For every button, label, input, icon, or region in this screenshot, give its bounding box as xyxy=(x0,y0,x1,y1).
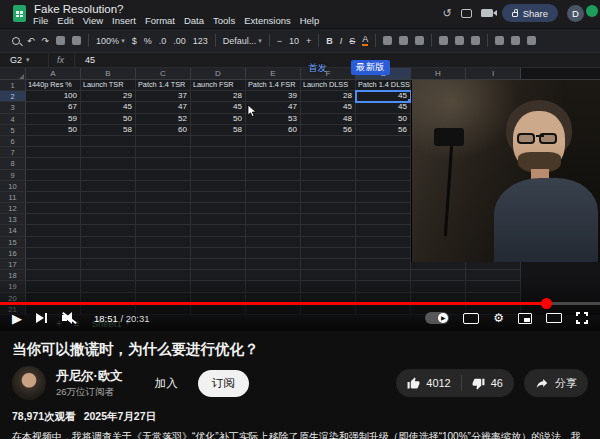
cell-F6[interactable] xyxy=(301,136,356,147)
cell-C4[interactable]: 52 xyxy=(136,114,191,125)
cell-F12[interactable] xyxy=(301,203,356,214)
row-header-4[interactable]: 4 xyxy=(0,114,26,125)
cell-B3[interactable]: 45 xyxy=(81,102,136,113)
row-header-8[interactable]: 8 xyxy=(0,158,26,169)
font-size-increase-button[interactable]: + xyxy=(306,36,311,46)
menu-format[interactable]: Format xyxy=(145,15,175,26)
cell-G6[interactable] xyxy=(356,136,411,147)
cell-G16[interactable] xyxy=(356,248,411,259)
subtitles-button[interactable] xyxy=(463,313,479,324)
column-header-A[interactable]: A xyxy=(26,68,81,79)
row-header-11[interactable]: 11 xyxy=(0,192,26,203)
cell-A7[interactable] xyxy=(26,147,81,158)
cell-B6[interactable] xyxy=(81,136,136,147)
paint-format-icon[interactable] xyxy=(72,36,81,45)
cell-D12[interactable] xyxy=(191,203,246,214)
cell-G9[interactable] xyxy=(356,170,411,181)
cell-C3[interactable]: 47 xyxy=(136,102,191,113)
row-header-15[interactable]: 15 xyxy=(0,237,26,248)
cell-E6[interactable] xyxy=(246,136,301,147)
cell-F8[interactable] xyxy=(301,158,356,169)
cell-F7[interactable] xyxy=(301,147,356,158)
cell-E1[interactable]: Patch 1.4 FSR xyxy=(246,80,301,91)
cell-A15[interactable] xyxy=(26,237,81,248)
cell-C1[interactable]: Patch 1.4 TSR xyxy=(136,80,191,91)
font-size-value[interactable]: 10 xyxy=(289,36,299,46)
menu-extensions[interactable]: Extensions xyxy=(244,15,290,26)
cell-E11[interactable] xyxy=(246,192,301,203)
cell-C13[interactable] xyxy=(136,214,191,225)
cell-B8[interactable] xyxy=(81,158,136,169)
next-button[interactable] xyxy=(36,312,48,324)
insert-comment-icon[interactable] xyxy=(511,36,520,45)
cell-D9[interactable] xyxy=(191,170,246,181)
thumb-down-icon[interactable] xyxy=(472,377,485,390)
cell-G3[interactable]: 45 xyxy=(356,102,411,113)
italic-button[interactable]: I xyxy=(340,36,343,46)
cell-B7[interactable] xyxy=(81,147,136,158)
row-header-2[interactable]: 2 xyxy=(0,91,26,102)
cell-C2[interactable]: 37 xyxy=(136,91,191,102)
cell-E12[interactable] xyxy=(246,203,301,214)
row-header-13[interactable]: 13 xyxy=(0,214,26,225)
row-header-16[interactable]: 16 xyxy=(0,248,26,259)
row-header-10[interactable]: 10 xyxy=(0,181,26,192)
cell-B17[interactable] xyxy=(81,259,136,270)
cell-B14[interactable] xyxy=(81,225,136,236)
zoom-select[interactable]: 100%▾ xyxy=(96,36,125,46)
row-header-17[interactable]: 17 xyxy=(0,259,26,270)
cell-A16[interactable] xyxy=(26,248,81,259)
cell-F15[interactable] xyxy=(301,237,356,248)
settings-gear-icon[interactable]: ⚙ xyxy=(493,312,504,324)
cell-G17[interactable] xyxy=(356,259,411,270)
comment-icon[interactable] xyxy=(461,9,472,18)
cell-C12[interactable] xyxy=(136,203,191,214)
cell-E16[interactable] xyxy=(246,248,301,259)
column-header-C[interactable]: C xyxy=(136,68,191,79)
cell-G13[interactable] xyxy=(356,214,411,225)
cell-D6[interactable] xyxy=(191,136,246,147)
cell-A17[interactable] xyxy=(26,259,81,270)
font-size-decrease-button[interactable]: − xyxy=(277,36,282,46)
insert-chart-icon[interactable] xyxy=(527,36,536,45)
cell-G14[interactable] xyxy=(356,225,411,236)
cell-D10[interactable] xyxy=(191,181,246,192)
cell-G12[interactable] xyxy=(356,203,411,214)
cell-D7[interactable] xyxy=(191,147,246,158)
cell-C10[interactable] xyxy=(136,181,191,192)
cell-F13[interactable] xyxy=(301,214,356,225)
cell-C14[interactable] xyxy=(136,225,191,236)
cell-F5[interactable]: 56 xyxy=(301,125,356,136)
description-box[interactable]: 78,971次观看 2025年7月27日 在本视频中，我将调查关于《无常落羽》“… xyxy=(12,409,588,439)
cell-F11[interactable] xyxy=(301,192,356,203)
cell-B13[interactable] xyxy=(81,214,136,225)
fill-color-icon[interactable] xyxy=(383,36,392,45)
miniplayer-button[interactable] xyxy=(518,313,532,324)
bold-button[interactable]: B xyxy=(326,36,333,46)
cell-F2[interactable]: 28 xyxy=(301,91,356,102)
cell-A3[interactable]: 67 xyxy=(26,102,81,113)
cell-A14[interactable] xyxy=(26,225,81,236)
row-header-9[interactable]: 9 xyxy=(0,170,26,181)
strikethrough-button[interactable]: S xyxy=(349,36,355,46)
fullscreen-button[interactable] xyxy=(576,312,588,324)
redo-icon[interactable]: ↷ xyxy=(42,36,50,46)
cell-A4[interactable]: 59 xyxy=(26,114,81,125)
undo-icon[interactable]: ↶ xyxy=(27,36,35,46)
cell-B11[interactable] xyxy=(81,192,136,203)
cell-B5[interactable]: 58 xyxy=(81,125,136,136)
font-select[interactable]: Defaul...▾ xyxy=(223,36,262,46)
cell-E17[interactable] xyxy=(246,259,301,270)
cell-A11[interactable] xyxy=(26,192,81,203)
cell-E7[interactable] xyxy=(246,147,301,158)
text-wrap-icon[interactable] xyxy=(471,36,480,45)
cell-E10[interactable] xyxy=(246,181,301,192)
cell-A9[interactable] xyxy=(26,170,81,181)
cell-A6[interactable] xyxy=(26,136,81,147)
cell-G10[interactable] xyxy=(356,181,411,192)
cell-F10[interactable] xyxy=(301,181,356,192)
cell-A8[interactable] xyxy=(26,158,81,169)
cell-E5[interactable]: 60 xyxy=(246,125,301,136)
cell-F14[interactable] xyxy=(301,225,356,236)
cell-D16[interactable] xyxy=(191,248,246,259)
